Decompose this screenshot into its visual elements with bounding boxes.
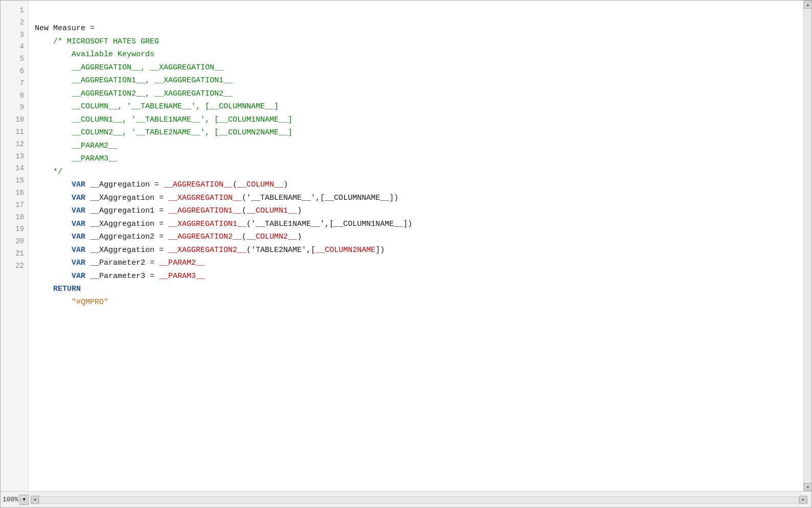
line-number: 22 bbox=[10, 260, 24, 272]
code-segment: */ bbox=[35, 168, 62, 176]
code-line: __AGGREGATION1__, __XAGGREGATION1__ bbox=[35, 74, 797, 87]
scroll-down-button[interactable]: ▼ bbox=[804, 483, 811, 491]
code-segment: New Measure = bbox=[35, 24, 99, 33]
code-area: 12345678910111213141516171819202122 New … bbox=[1, 1, 811, 491]
code-line: VAR __Aggregation2 = __AGGREGATION2__(__… bbox=[35, 230, 797, 244]
code-segment: ('TABLE2NAME',[ bbox=[246, 246, 315, 255]
code-segment: ( bbox=[233, 180, 237, 189]
scroll-track-horizontal[interactable] bbox=[39, 496, 799, 503]
scroll-right-button[interactable]: ► bbox=[799, 496, 807, 504]
scroll-up-button[interactable]: ▲ bbox=[804, 1, 811, 9]
code-segment: __PARAM2__ bbox=[159, 259, 205, 267]
code-segment: VAR bbox=[72, 259, 85, 267]
code-segment: "#QMPRO" bbox=[35, 298, 108, 307]
code-segment: __AGGREGATION2__, __XAGGREGATION2__ bbox=[35, 89, 233, 98]
code-segment: __XAggregation = bbox=[85, 220, 168, 228]
code-segment: VAR bbox=[72, 194, 85, 202]
code-segment: ) bbox=[297, 206, 302, 215]
code-segment: ( bbox=[242, 233, 246, 241]
code-segment: ( bbox=[242, 206, 246, 215]
line-number: 12 bbox=[10, 138, 24, 151]
code-segment: ) bbox=[297, 233, 302, 241]
code-segment: ('__TABLENAME__',[__COLUMNNAME__]) bbox=[242, 194, 398, 202]
code-segment: __XAGGREGATION__ bbox=[168, 194, 242, 202]
code-segment: __COLUMN2__ bbox=[246, 233, 297, 241]
code-segment: __COLUMN1__, '__TABLE1NAME__', [__COLUM1… bbox=[35, 116, 292, 124]
code-line: */ bbox=[35, 166, 797, 179]
code-line: /* MICROSOFT HATES GREG bbox=[35, 35, 797, 49]
code-segment: __AGGREGATION1__ bbox=[168, 206, 242, 215]
code-segment: __COLUMN__, '__TABLENAME__', [__COLUMNNA… bbox=[35, 102, 279, 111]
code-segment: __AGGREGATION1__, __XAGGREGATION1__ bbox=[35, 76, 233, 85]
code-segment: __AGGREGATION__, __XAGGREGATION__ bbox=[35, 63, 223, 72]
code-segment: VAR bbox=[72, 233, 85, 241]
line-number: 3 bbox=[10, 29, 24, 41]
code-segment: __Parameter2 = bbox=[85, 259, 159, 267]
code-line: New Measure = bbox=[35, 22, 797, 35]
code-segment: ]) bbox=[375, 246, 385, 255]
code-line: __AGGREGATION2__, __XAGGREGATION2__ bbox=[35, 87, 797, 101]
zoom-dropdown-button[interactable]: ▼ bbox=[19, 495, 29, 505]
bottom-bar: 100% ▼ ◄ ► bbox=[1, 491, 811, 507]
code-segment: ('__TABLE1NAME__',[__COLUMN1NAME__]) bbox=[246, 220, 412, 228]
line-number: 21 bbox=[10, 248, 24, 260]
code-segment: __Aggregation1 = bbox=[85, 206, 168, 215]
line-number: 4 bbox=[10, 41, 24, 53]
line-number: 10 bbox=[10, 114, 24, 126]
code-segment bbox=[35, 206, 72, 215]
scroll-left-button[interactable]: ◄ bbox=[31, 496, 39, 504]
line-number: 17 bbox=[10, 199, 24, 212]
code-line: RETURN bbox=[35, 283, 797, 296]
line-number: 8 bbox=[10, 90, 24, 102]
code-line: __PARAM2__ bbox=[35, 140, 797, 153]
code-segment: __PARAM3__ bbox=[159, 272, 205, 281]
code-segment: VAR bbox=[72, 180, 85, 189]
line-numbers: 12345678910111213141516171819202122 bbox=[1, 1, 29, 491]
code-line: "#QMPRO" bbox=[35, 296, 797, 309]
code-segment: /* MICROSOFT HATES GREG bbox=[35, 37, 159, 46]
line-number: 18 bbox=[10, 212, 24, 224]
code-line: VAR __Aggregation = __AGGREGATION__(__CO… bbox=[35, 178, 797, 192]
code-line: VAR __XAggregation = __XAGGREGATION__('_… bbox=[35, 192, 797, 205]
code-segment: __COLUMN__ bbox=[237, 180, 283, 189]
code-segment: __PARAM2__ bbox=[35, 142, 118, 150]
code-segment bbox=[35, 285, 53, 293]
horizontal-scroll-area: ◄ ► bbox=[31, 496, 807, 504]
code-segment bbox=[35, 272, 72, 281]
editor-container: 12345678910111213141516171819202122 New … bbox=[0, 0, 812, 508]
code-segment: __Aggregation2 = bbox=[85, 233, 168, 241]
code-segment bbox=[35, 180, 72, 189]
line-number: 11 bbox=[10, 126, 24, 138]
code-line: __PARAM3__ bbox=[35, 152, 797, 166]
code-line: Available Keywords bbox=[35, 48, 797, 61]
code-line: __COLUMN1__, '__TABLE1NAME__', [__COLUM1… bbox=[35, 113, 797, 127]
code-line: VAR __XAggregation = __XAGGREGATION2__('… bbox=[35, 244, 797, 257]
code-segment bbox=[35, 194, 72, 202]
code-segment: __PARAM3__ bbox=[35, 154, 118, 163]
zoom-label: 100% bbox=[3, 496, 18, 503]
line-number: 19 bbox=[10, 223, 24, 236]
code-line: __COLUMN__, '__TABLENAME__', [__COLUMNNA… bbox=[35, 100, 797, 113]
code-segment: __AGGREGATION__ bbox=[164, 180, 233, 189]
line-number: 16 bbox=[10, 187, 24, 199]
code-line: VAR __XAggregation = __XAGGREGATION1__('… bbox=[35, 218, 797, 231]
code-segment: __COLUMN1__ bbox=[246, 206, 297, 215]
code-content[interactable]: New Measure = /* MICROSOFT HATES GREG Av… bbox=[29, 1, 803, 491]
code-segment bbox=[35, 246, 72, 255]
code-segment bbox=[35, 233, 72, 241]
code-segment: __AGGREGATION2__ bbox=[168, 233, 242, 241]
code-segment: VAR bbox=[72, 220, 85, 228]
code-segment: __COLUMN2NAME bbox=[315, 246, 375, 255]
line-number: 9 bbox=[10, 102, 24, 114]
code-line: VAR __Aggregation1 = __AGGREGATION1__(__… bbox=[35, 204, 797, 218]
line-number: 15 bbox=[10, 175, 24, 187]
scroll-track-vertical[interactable] bbox=[804, 9, 811, 483]
code-segment: Available Keywords bbox=[35, 50, 154, 59]
code-line: __AGGREGATION__, __XAGGREGATION__ bbox=[35, 61, 797, 75]
line-number: 14 bbox=[10, 163, 24, 175]
code-segment: __COLUMN2__, '__TABLE2NAME__', [__COLUMN… bbox=[35, 128, 292, 137]
code-segment bbox=[35, 220, 72, 228]
code-line: VAR __Parameter2 = __PARAM2__ bbox=[35, 257, 797, 270]
code-segment: ) bbox=[283, 180, 288, 189]
line-number: 6 bbox=[10, 65, 24, 78]
